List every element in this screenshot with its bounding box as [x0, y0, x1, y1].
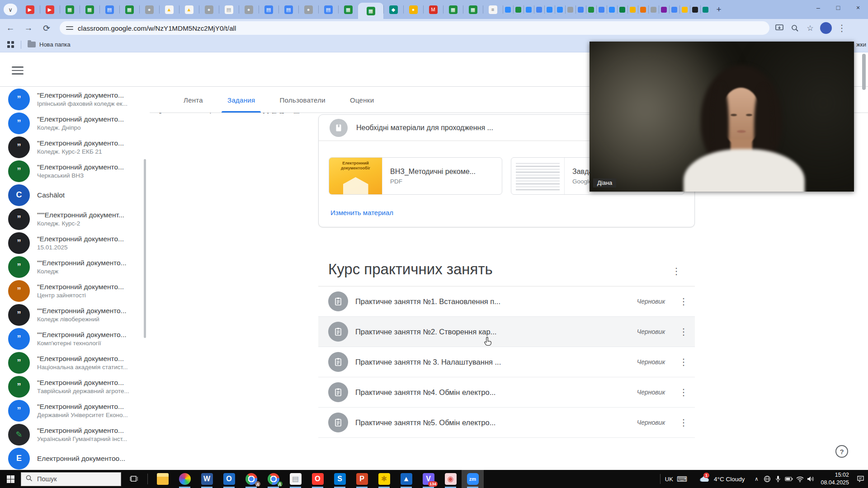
browser-tab[interactable]: ▦ [338, 0, 358, 19]
sticky-notes[interactable]: ✱ [373, 470, 395, 488]
opera[interactable]: O [307, 470, 329, 488]
browser-tab[interactable]: ▲ [159, 0, 179, 19]
browser-tab[interactable]: ▦ [60, 0, 80, 19]
browser-tab[interactable] [596, 0, 607, 19]
browser-tab[interactable]: ● [139, 0, 159, 19]
forward-button[interactable]: → [21, 20, 36, 36]
sidebar-course-item[interactable]: ” "Електронний документо... Центр зайнят… [0, 279, 150, 303]
browser-tab[interactable] [534, 0, 544, 19]
sidebar-course-item[interactable]: ” ""Електронний документо... Коледж ліво… [0, 303, 150, 327]
clock[interactable]: 15:02 08.04.2025 [821, 471, 849, 487]
sidebar-course-item[interactable]: ” "Електронний документо... Державний Ун… [0, 399, 150, 422]
browser-tab[interactable] [576, 0, 586, 19]
browser-tab[interactable] [565, 0, 576, 19]
bookmark-folder[interactable]: Нова папка [39, 41, 71, 48]
word[interactable]: W [196, 470, 218, 488]
tab-search-button[interactable]: ∨ [4, 4, 17, 15]
sidebar-course-item[interactable]: ” "Електронний документо... Національна … [0, 351, 150, 375]
zoom[interactable]: zm [462, 470, 484, 488]
browser-tab[interactable]: ● [199, 0, 219, 19]
browser-tab[interactable]: ▤ [219, 0, 239, 19]
browser-tab[interactable]: ▦ [463, 0, 483, 19]
browser-tab[interactable]: M [423, 0, 443, 19]
viber[interactable]: V 134 [417, 470, 439, 488]
sidebar-course-item[interactable]: E Електронний документоо... [0, 446, 150, 470]
weather-widget[interactable]: 1 4°C Cloudy [699, 474, 745, 483]
assignment-menu-icon[interactable]: ⋮ [677, 355, 690, 369]
nav-tab[interactable]: Лента [171, 87, 215, 113]
browser-tab[interactable]: ▶ [20, 0, 40, 19]
browser-tab[interactable]: ▦ [119, 0, 139, 19]
address-bar[interactable]: classroom.google.com/w/NzY1MDM5Nzc2MjY0/… [60, 21, 769, 35]
browser-tab[interactable] [648, 0, 659, 19]
browser-tab[interactable] [524, 0, 534, 19]
browser-tab[interactable] [659, 0, 669, 19]
browser-tab[interactable] [555, 0, 565, 19]
browser-tab[interactable]: ▤ [99, 0, 119, 19]
browser-tab[interactable]: ● [298, 0, 318, 19]
help-button[interactable]: ? [835, 445, 848, 458]
sidebar-course-item[interactable]: C Cashälot [0, 183, 150, 207]
camera-app[interactable]: ◉ [439, 470, 462, 488]
minimize-button[interactable]: – [808, 0, 828, 15]
browser-tab[interactable]: ▦ [358, 3, 383, 19]
network-globe-icon[interactable] [762, 470, 773, 488]
assignment-row[interactable]: Практичне заняття №2. Створення кар... Ч… [318, 317, 695, 347]
site-info-icon[interactable] [66, 24, 73, 32]
start-button[interactable] [0, 470, 21, 488]
close-button[interactable]: × [848, 0, 868, 15]
browser-tab[interactable] [503, 0, 513, 19]
sidebar-scrollbar[interactable] [144, 159, 146, 338]
browser-tab[interactable]: ◆ [383, 0, 403, 19]
browser-tab[interactable] [700, 0, 711, 19]
browser-tab[interactable]: ● [403, 0, 423, 19]
sidebar-course-item[interactable]: ” "Електронний документо... Коледж. Дніп… [0, 111, 150, 135]
browser-menu-icon[interactable]: ⋮ [836, 23, 847, 33]
notepad[interactable]: ▤ [284, 470, 307, 488]
battery-icon[interactable] [783, 470, 794, 488]
action-center-icon[interactable] [853, 470, 868, 488]
browser-tab[interactable]: ▲ [179, 0, 199, 19]
maximize-button[interactable]: □ [828, 0, 848, 15]
new-tab-button[interactable]: + [712, 3, 725, 16]
browser-tab[interactable]: ▶ [40, 0, 60, 19]
browser-tab[interactable]: ▦ [443, 0, 463, 19]
nav-tab[interactable]: Оценки [338, 87, 386, 113]
profile-avatar[interactable] [820, 22, 832, 34]
back-button[interactable]: ← [3, 20, 18, 36]
browser-tab[interactable]: ▤ [318, 0, 338, 19]
browser-tab[interactable]: ≡ [483, 0, 503, 19]
apps-grid-icon[interactable] [7, 41, 14, 48]
bookmark-star-icon[interactable]: ☆ [805, 23, 816, 33]
install-app-icon[interactable] [774, 23, 785, 33]
sidebar-course-item[interactable]: ✎ "Електронний документо... Український … [0, 422, 150, 446]
hidden-icons-chevron[interactable]: ∧ [751, 470, 762, 488]
assignment-row[interactable]: Практичне заняття №4. Обмін електро... Ч… [318, 377, 695, 408]
assignment-row[interactable]: Практичне заняття №5. Обмін електро... Ч… [318, 408, 695, 438]
topic-menu-icon[interactable]: ⋮ [670, 264, 683, 278]
browser-tab[interactable] [544, 0, 555, 19]
nav-tab[interactable]: Задания [215, 87, 267, 113]
sidebar-course-item[interactable]: ” "Електронний документо... Таврійський … [0, 375, 150, 399]
browser-tab[interactable] [679, 0, 690, 19]
assignment-menu-icon[interactable]: ⋮ [677, 416, 690, 429]
skype[interactable]: S [329, 470, 351, 488]
sidebar-course-item[interactable]: ” "Електронний документо... Черкаський В… [0, 159, 150, 183]
browser-tab[interactable]: ● [239, 0, 259, 19]
page-scrollbar[interactable] [862, 54, 866, 90]
browser-tab[interactable] [586, 0, 596, 19]
chrome-profile-1[interactable]: д [240, 470, 262, 488]
photos[interactable]: ▲ [395, 470, 417, 488]
sidebar-course-item[interactable]: ” """Електронний документ... Коледж. Кур… [0, 207, 150, 231]
browser-tab[interactable] [669, 0, 679, 19]
browser-tab[interactable] [627, 0, 638, 19]
taskbar-search[interactable]: Пошук [21, 472, 121, 486]
browser-tab[interactable]: ▦ [80, 0, 99, 19]
zoom-page-icon[interactable] [789, 23, 800, 33]
browser-tab[interactable]: ▤ [278, 0, 298, 19]
sidebar-course-item[interactable]: ” "Електронний документо... Ірпінський ф… [0, 87, 150, 111]
powerpoint[interactable]: P [351, 470, 373, 488]
sidebar-course-item[interactable]: ” ""Електронний документо... Комп'ютерні… [0, 327, 150, 351]
assignment-menu-icon[interactable]: ⋮ [677, 385, 690, 399]
assignment-menu-icon[interactable]: ⋮ [677, 325, 690, 338]
